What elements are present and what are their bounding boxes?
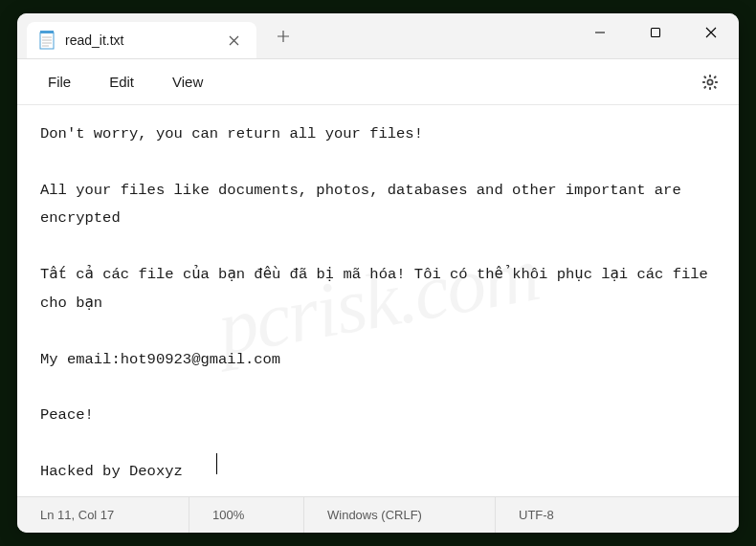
zoom-level[interactable]: 100% (189, 497, 304, 533)
new-tab-button[interactable] (264, 17, 302, 55)
svg-rect-7 (652, 29, 660, 37)
maximize-button[interactable] (628, 13, 683, 52)
file-menu[interactable]: File (29, 66, 90, 98)
titlebar: read_it.txt (17, 13, 739, 59)
close-tab-button[interactable] (220, 27, 247, 54)
notepad-window: read_it.txt File Edit View (17, 13, 739, 533)
minimize-button[interactable] (572, 13, 628, 52)
line-ending[interactable]: Windows (CRLF) (304, 497, 496, 533)
svg-rect-8 (709, 75, 711, 77)
svg-rect-10 (702, 81, 705, 83)
settings-button[interactable] (693, 65, 727, 99)
cursor-position[interactable]: Ln 11, Col 17 (17, 497, 189, 533)
svg-rect-11 (715, 81, 718, 83)
active-tab[interactable]: read_it.txt (27, 22, 256, 58)
svg-rect-9 (709, 87, 711, 90)
close-window-button[interactable] (683, 13, 739, 52)
document-text: Don't worry, you can return all your fil… (40, 120, 716, 487)
menubar: File Edit View (17, 59, 739, 105)
svg-rect-13 (713, 85, 717, 89)
tab-title: read_it.txt (65, 33, 211, 48)
svg-rect-1 (40, 31, 54, 33)
tab-strip: read_it.txt (17, 13, 302, 58)
svg-rect-14 (713, 75, 717, 78)
view-menu[interactable]: View (153, 66, 222, 98)
gear-icon (700, 73, 720, 92)
edit-menu[interactable]: Edit (90, 66, 153, 98)
svg-rect-12 (703, 75, 707, 78)
window-controls (572, 13, 739, 58)
statusbar: Ln 11, Col 17 100% Windows (CRLF) UTF-8 (17, 496, 739, 533)
svg-rect-15 (703, 85, 707, 89)
text-cursor (216, 453, 217, 474)
titlebar-drag-area[interactable] (302, 13, 572, 58)
svg-rect-0 (40, 33, 54, 49)
notepad-icon (38, 30, 56, 51)
text-editor-area[interactable]: pcrisk.com Don't worry, you can return a… (17, 105, 739, 496)
encoding[interactable]: UTF-8 (496, 497, 739, 533)
